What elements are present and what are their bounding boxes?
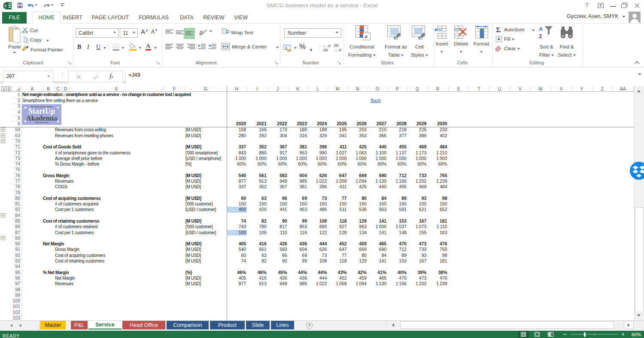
- svg-text:$: $: [285, 46, 287, 50]
- svg-text:≠: ≠: [365, 33, 368, 40]
- svg-text:A: A: [539, 26, 543, 32]
- svg-text:Z: Z: [539, 33, 542, 39]
